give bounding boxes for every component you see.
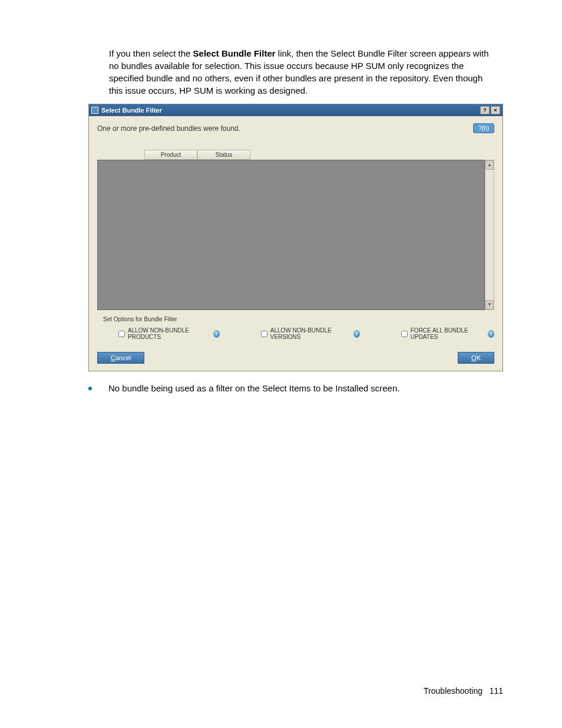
checkbox-nonbundle-versions[interactable] <box>261 331 267 337</box>
checkbox-force-updates[interactable] <box>401 331 408 337</box>
help-badge[interactable]: ?(h) <box>473 123 494 133</box>
opt-allow-nonbundle-versions[interactable]: ALLOW NON-BUNDLE VERSIONS ? <box>261 327 360 340</box>
table-header: Product Status <box>89 150 503 160</box>
column-product[interactable]: Product <box>144 150 197 160</box>
footer-section: Troubleshooting <box>424 686 482 696</box>
help-icon[interactable]: ? <box>213 330 220 338</box>
cancel-button[interactable]: Cancel <box>97 352 144 364</box>
table-body-empty <box>97 160 485 310</box>
message-row: One or more pre-defined bundles were fou… <box>89 116 503 138</box>
close-window-button[interactable]: × <box>491 106 500 114</box>
para-pre: If you then select the <box>109 48 193 58</box>
opt1-label: ALLOW NON-BUNDLE PRODUCTS <box>128 327 210 340</box>
dialog-screenshot: Select Bundle Filter ? × One or more pre… <box>88 104 503 371</box>
ok-button[interactable]: OK <box>458 352 494 364</box>
bullet-icon <box>88 387 92 390</box>
bullet-text: No bundle being used as a filter on the … <box>108 383 399 393</box>
button-row: Cancel OK <box>89 348 503 371</box>
help-icon[interactable]: ? <box>353 330 360 338</box>
help-icon[interactable]: ? <box>488 330 494 338</box>
opt-allow-nonbundle-products[interactable]: ALLOW NON-BUNDLE PRODUCTS ? <box>118 327 220 340</box>
ok-rest: K <box>477 354 481 361</box>
footer-page: 111 <box>490 686 503 696</box>
opt2-label: ALLOW NON-BUNDLE VERSIONS <box>270 327 351 340</box>
opt-force-bundle-updates[interactable]: FORCE ALL BUNDLE UPDATES ? <box>401 327 494 340</box>
intro-paragraph: If you then select the Select Bundle Fil… <box>109 47 498 97</box>
bullet-row: No bundle being used as a filter on the … <box>88 383 503 393</box>
found-message: One or more pre-defined bundles were fou… <box>97 124 473 133</box>
cancel-accel: C <box>111 354 115 361</box>
window-title: Select Bundle Filter <box>101 107 162 114</box>
options-row: ALLOW NON-BUNDLE PRODUCTS ? ALLOW NON-BU… <box>89 325 503 348</box>
help-window-button[interactable]: ? <box>480 106 490 114</box>
app-icon <box>91 107 98 114</box>
ok-accel: O <box>471 354 477 361</box>
opt3-label: FORCE ALL BUNDLE UPDATES <box>411 327 485 340</box>
scrollbar[interactable]: ▲ ▼ <box>485 160 494 310</box>
options-label: Set Options for Bundle Filter <box>89 310 503 325</box>
para-bold: Select Bundle Filter <box>193 48 276 58</box>
scroll-up-button[interactable]: ▲ <box>485 160 494 170</box>
titlebar: Select Bundle Filter ? × <box>89 104 503 116</box>
page-footer: Troubleshooting 111 <box>424 686 503 696</box>
scroll-down-button[interactable]: ▼ <box>485 300 494 309</box>
scroll-track[interactable] <box>485 170 494 300</box>
column-status[interactable]: Status <box>197 150 250 160</box>
cancel-rest: ancel <box>115 354 131 361</box>
checkbox-nonbundle-products[interactable] <box>118 331 125 337</box>
